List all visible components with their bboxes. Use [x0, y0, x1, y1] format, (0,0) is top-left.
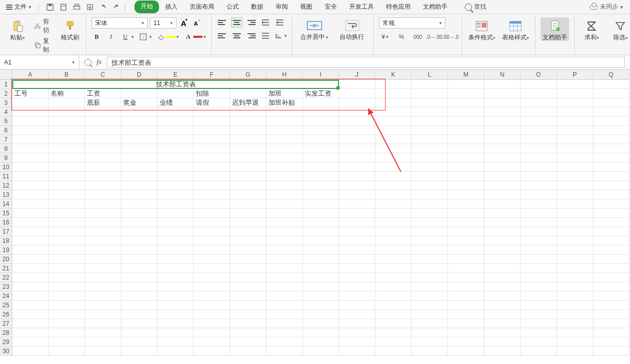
cell-F10[interactable]	[194, 163, 230, 172]
cell-A6[interactable]	[12, 126, 49, 135]
cell-Q17[interactable]	[593, 227, 629, 236]
cell-P30[interactable]	[557, 347, 593, 356]
cell-K23[interactable]	[375, 282, 412, 291]
cell-P10[interactable]	[557, 163, 593, 172]
row-header-1[interactable]: 1	[0, 80, 12, 89]
tab-page-layout[interactable]: 页面布局	[184, 1, 220, 13]
cell-K7[interactable]	[375, 135, 412, 144]
cell-G14[interactable]	[230, 199, 266, 209]
cell-J13[interactable]	[339, 190, 375, 199]
cell-Q10[interactable]	[593, 163, 629, 172]
cell-D28[interactable]	[121, 328, 158, 337]
cell-B19[interactable]	[49, 245, 85, 255]
cell-D19[interactable]	[121, 245, 158, 255]
cell-K3[interactable]	[375, 98, 412, 107]
cell-C17[interactable]	[85, 227, 121, 236]
cell-H17[interactable]	[266, 227, 303, 236]
cell-M13[interactable]	[448, 190, 484, 199]
cell-M6[interactable]	[448, 126, 484, 135]
cell-G15[interactable]	[230, 209, 266, 218]
conditional-format-button[interactable]: 条件格式▾	[467, 17, 496, 41]
cell-P28[interactable]	[557, 328, 593, 337]
cell-Q30[interactable]	[593, 347, 629, 356]
cell-F25[interactable]	[194, 301, 230, 310]
cell-E6[interactable]	[158, 126, 194, 135]
cell-N20[interactable]	[484, 255, 521, 264]
cell-K28[interactable]	[375, 328, 412, 337]
cell-F4[interactable]	[194, 107, 230, 117]
cell-E7[interactable]	[158, 135, 194, 144]
cell-D11[interactable]	[121, 172, 158, 181]
cell-D3[interactable]: 奖金	[121, 98, 158, 107]
cell-H27[interactable]	[266, 319, 303, 328]
merged-cell-a1-i1[interactable]: 技术部工资表	[12, 80, 339, 89]
cell-N26[interactable]	[484, 310, 521, 319]
decrease-indent-button[interactable]	[260, 17, 271, 28]
cell-B23[interactable]	[49, 282, 85, 291]
cell-H8[interactable]	[266, 144, 303, 153]
cell-Q20[interactable]	[593, 255, 629, 264]
decrease-decimal-button[interactable]: .00→.0	[444, 32, 457, 42]
cell-I10[interactable]	[303, 163, 339, 172]
cell-I26[interactable]	[303, 310, 339, 319]
cell-J10[interactable]	[339, 163, 375, 172]
cell-M5[interactable]	[448, 117, 484, 126]
cell-C9[interactable]	[85, 153, 121, 163]
cell-A22[interactable]	[12, 273, 49, 282]
redo-icon[interactable]	[112, 3, 121, 11]
cell-J27[interactable]	[339, 319, 375, 328]
cell-F22[interactable]	[194, 273, 230, 282]
cell-Q7[interactable]	[593, 135, 629, 144]
cell-G26[interactable]	[230, 310, 266, 319]
cells-area[interactable]: 技术部工资表 工号名称工资扣除加班实发工资底薪奖金业绩请假迟到早退加班补贴	[12, 80, 629, 356]
cell-D12[interactable]	[121, 181, 158, 190]
cell-O27[interactable]	[521, 319, 557, 328]
cell-J22[interactable]	[339, 273, 375, 282]
cell-C22[interactable]	[85, 273, 121, 282]
cell-K27[interactable]	[375, 319, 412, 328]
cell-O1[interactable]	[521, 80, 557, 89]
cell-N23[interactable]	[484, 282, 521, 291]
cell-N30[interactable]	[484, 347, 521, 356]
cell-C30[interactable]	[85, 347, 121, 356]
cell-B18[interactable]	[49, 236, 85, 245]
cell-P23[interactable]	[557, 282, 593, 291]
row-header-10[interactable]: 10	[0, 163, 12, 172]
cell-Q12[interactable]	[593, 181, 629, 190]
cell-G11[interactable]	[230, 172, 266, 181]
cell-E19[interactable]	[158, 245, 194, 255]
col-header-O[interactable]: O	[521, 70, 557, 80]
cell-A8[interactable]	[12, 144, 49, 153]
col-header-D[interactable]: D	[121, 70, 158, 80]
cell-N24[interactable]	[484, 291, 521, 301]
cell-P22[interactable]	[557, 273, 593, 282]
cell-G4[interactable]	[230, 107, 266, 117]
cell-H23[interactable]	[266, 282, 303, 291]
row-header-14[interactable]: 14	[0, 199, 12, 209]
cell-O4[interactable]	[521, 107, 557, 117]
cell-N19[interactable]	[484, 245, 521, 255]
cell-O15[interactable]	[521, 209, 557, 218]
cell-J8[interactable]	[339, 144, 375, 153]
cell-B8[interactable]	[49, 144, 85, 153]
cell-F3[interactable]: 请假	[194, 98, 230, 107]
cell-A21[interactable]	[12, 264, 49, 273]
cell-A3[interactable]	[12, 98, 49, 107]
align-right-button[interactable]	[245, 31, 257, 41]
cell-A11[interactable]	[12, 172, 49, 181]
cell-A2[interactable]: 工号	[12, 89, 49, 98]
cell-P9[interactable]	[557, 153, 593, 163]
cell-D20[interactable]	[121, 255, 158, 264]
print-preview-icon[interactable]	[59, 3, 68, 11]
cell-B22[interactable]	[49, 273, 85, 282]
align-bottom-button[interactable]	[245, 17, 257, 28]
cell-J24[interactable]	[339, 291, 375, 301]
col-header-M[interactable]: M	[448, 70, 484, 80]
row-header-23[interactable]: 23	[0, 282, 12, 291]
cell-G20[interactable]	[230, 255, 266, 264]
cell-C6[interactable]	[85, 126, 121, 135]
cell-M30[interactable]	[448, 347, 484, 356]
cell-F30[interactable]	[194, 347, 230, 356]
cell-K8[interactable]	[375, 144, 412, 153]
cell-K14[interactable]	[375, 199, 412, 209]
